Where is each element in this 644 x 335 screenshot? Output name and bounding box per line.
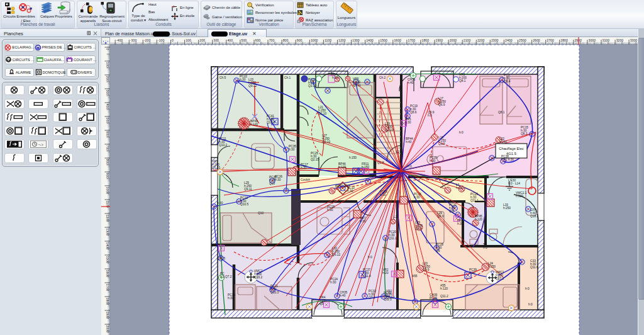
svg-text:Q16.2: Q16.2 [254,276,262,279]
svg-text:1800: 1800 [106,298,109,305]
svg-text:2800: 2800 [560,38,568,42]
svg-text:800: 800 [283,38,289,42]
svg-text:h:30: h:30 [228,297,234,300]
svg-text:h:0: h:0 [528,303,533,306]
svg-text:1500: 1500 [106,256,109,264]
svg-text:Q10.3: Q10.3 [270,291,279,294]
svg-text:Q8.1: Q8.1 [459,79,466,82]
svg-text:2000: 2000 [106,326,109,333]
svg-text:0: 0 [172,38,174,42]
svg-text:Q9.11: Q9.11 [244,188,252,191]
svg-text:h:30: h:30 [301,166,307,169]
svg-text:1500: 1500 [380,38,387,42]
svg-text:Q8.3: Q8.3 [521,132,528,135]
svg-text:1600: 1600 [394,38,401,42]
svg-text:h:30: h:30 [414,196,420,199]
svg-text:1700: 1700 [408,38,416,42]
svg-text:Q8.1: Q8.1 [498,111,505,114]
svg-text:h:20: h:20 [382,271,389,275]
svg-text:3200: 3200 [616,38,624,42]
svg-text:1200: 1200 [338,38,346,42]
svg-text:3100: 3100 [602,38,610,42]
svg-text:-100: -100 [158,38,164,42]
svg-text:h:30: h:30 [289,148,295,151]
svg-text:Q8.6: Q8.6 [410,111,417,114]
svg-text:A55: A55 [412,275,418,278]
svg-text:1400: 1400 [366,38,374,42]
svg-text:1400: 1400 [106,242,109,250]
svg-text:3000: 3000 [589,38,596,42]
svg-text:1900: 1900 [106,312,109,319]
svg-text:h:30: h:30 [347,190,353,193]
svg-text:L31: L31 [394,215,399,219]
svg-text:-400: -400 [116,38,123,42]
svg-text:PC30: PC30 [430,297,437,300]
svg-text:600: 600 [255,38,261,42]
svg-text:1300: 1300 [106,229,109,236]
svg-text:Ch.5: Ch.5 [219,76,226,79]
svg-text:h:30: h:30 [275,178,281,181]
svg-text:Q2.10: Q2.10 [322,140,330,144]
svg-text:2700: 2700 [547,38,554,42]
svg-text:h:0 - L14: h:0 - L14 [508,182,520,185]
svg-text:0: 0 [106,48,109,50]
svg-text:h:120: h:120 [338,166,346,169]
svg-text:h:0: h:0 [525,287,530,290]
svg-text:200: 200 [106,76,109,82]
svg-text:700: 700 [106,145,109,151]
svg-text:Q2.15: Q2.15 [385,128,393,132]
svg-text:500: 500 [242,38,247,42]
svg-text:Q11.2: Q11.2 [440,295,448,298]
svg-text:2600: 2600 [533,38,540,42]
svg-text:Q6.9: Q6.9 [438,103,445,106]
svg-text:h:30: h:30 [469,271,475,275]
svg-text:h:0: h:0 [483,246,487,249]
svg-text:h:120: h:120 [456,186,464,190]
svg-text:h:40: h:40 [406,140,412,144]
svg-text:600: 600 [106,132,109,137]
svg-text:Q1.8: Q1.8 [377,161,384,164]
svg-text:Q10.5: Q10.5 [240,203,248,206]
svg-text:h:30: h:30 [240,78,246,81]
svg-text:h:30: h:30 [457,222,464,225]
svg-text:h:30: h:30 [380,193,386,196]
svg-text:h:0: h:0 [408,165,412,168]
svg-text:2900: 2900 [574,38,582,42]
svg-text:S2: S2 [396,150,399,154]
svg-text:h:120: h:120 [440,287,448,290]
svg-text:Q10.5: Q10.5 [217,257,225,260]
svg-text:2500: 2500 [519,38,526,42]
svg-text:h:30: h:30 [217,202,223,205]
svg-text:-200: -200 [144,38,150,42]
svg-text:500: 500 [106,118,109,123]
svg-text:h:0: h:0 [428,114,432,117]
svg-text:h:20: h:20 [332,76,338,79]
svg-text:200: 200 [199,38,205,42]
svg-text:h:40: h:40 [340,294,346,297]
svg-text:Q6.9: Q6.9 [438,142,445,145]
svg-text:100: 100 [186,38,191,42]
svg-text:h:30: h:30 [405,121,411,124]
svg-text:2000: 2000 [450,38,457,42]
svg-text:2300: 2300 [491,38,499,42]
svg-text:h:250: h:250 [499,140,507,144]
svg-text:1200: 1200 [106,215,109,222]
svg-text:Ch.2: Ch.2 [379,76,386,79]
svg-text:h:120: h:120 [250,123,258,126]
svg-text:Q5: Q5 [319,302,324,305]
svg-text:Q2.10: Q2.10 [318,112,326,115]
svg-text:h:0: h:0 [368,256,372,259]
svg-text:Q8.4: Q8.4 [504,80,511,83]
svg-text:800: 800 [106,159,109,165]
svg-text:Q11.1: Q11.1 [470,199,479,202]
svg-text:300: 300 [213,38,219,42]
svg-text:1000: 1000 [106,187,109,195]
svg-text:h:40: h:40 [408,81,414,84]
svg-text:Q9: Q9 [436,249,440,253]
svg-text:Q2.15: Q2.15 [311,158,319,161]
svg-text:900: 900 [297,38,303,42]
svg-text:Q10: Q10 [258,212,264,215]
svg-text:h:30: h:30 [327,208,333,212]
svg-text:2400: 2400 [505,38,513,42]
svg-text:Q11.4: Q11.4 [363,275,371,278]
